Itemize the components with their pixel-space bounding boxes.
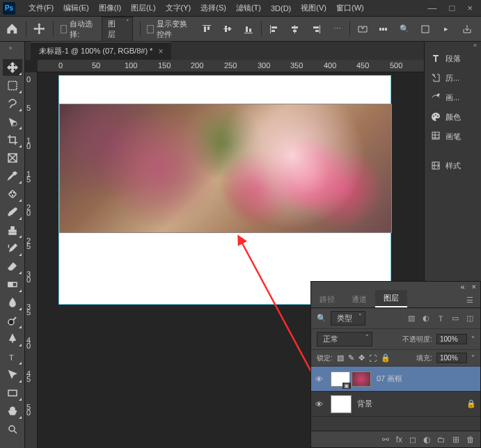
eyedropper-tool[interactable] xyxy=(3,168,22,184)
opacity-input[interactable] xyxy=(436,334,467,344)
panel-menu-icon[interactable]: ☰ xyxy=(459,293,480,307)
align-top-icon[interactable] xyxy=(198,21,215,38)
document-tab[interactable]: 未标题-1 @ 100% (07, RGB/8#) * × xyxy=(31,42,171,60)
group-icon[interactable]: 🗀 xyxy=(437,435,445,445)
layer-style-icon[interactable]: fx xyxy=(396,435,402,445)
ruler-horizontal[interactable]: 050100150200250300350400450500 xyxy=(38,60,424,72)
tab-channels[interactable]: 通道 xyxy=(343,291,375,307)
auto-select-target-dropdown[interactable]: 图层 xyxy=(102,17,133,42)
brush-tool[interactable] xyxy=(3,204,22,221)
filter-smart-icon[interactable]: ◫ xyxy=(465,314,475,323)
delete-layer-icon[interactable]: 🗑 xyxy=(466,435,475,445)
align-hcenter-icon[interactable] xyxy=(287,21,303,38)
filter-adjust-icon[interactable]: ◐ xyxy=(421,314,431,323)
export-icon[interactable] xyxy=(459,21,475,38)
path-select-tool[interactable] xyxy=(3,367,22,383)
menu-filter[interactable]: 滤镜(T) xyxy=(231,1,266,15)
tab-layers[interactable]: 图层 xyxy=(375,290,407,307)
window-close-icon[interactable]: × xyxy=(467,3,473,13)
layer-thumb[interactable] xyxy=(331,395,352,413)
toolbox-expand-icon[interactable]: » xyxy=(9,45,16,58)
hand-tool[interactable] xyxy=(3,403,22,419)
blend-mode-dropdown[interactable]: 正常 xyxy=(317,332,372,346)
filter-pixel-icon[interactable]: ▧ xyxy=(407,314,416,323)
share-icon[interactable]: ▸ xyxy=(438,21,455,38)
align-right-icon[interactable] xyxy=(308,21,324,38)
move-tool[interactable] xyxy=(3,59,22,76)
history-brush-tool[interactable] xyxy=(3,240,22,257)
blur-tool[interactable] xyxy=(3,294,22,311)
ruler-vertical[interactable]: 0 5101520253035404550 xyxy=(25,72,38,448)
panel-brushes[interactable]: 画... xyxy=(425,88,481,107)
lasso-tool[interactable] xyxy=(3,95,22,112)
close-tab-icon[interactable]: × xyxy=(158,47,163,56)
dodge-tool[interactable] xyxy=(3,312,22,329)
lock-position-icon[interactable]: ✥ xyxy=(358,353,365,362)
menu-layer[interactable]: 图层(L) xyxy=(126,1,160,15)
distribute-icon[interactable] xyxy=(375,21,392,38)
filter-type-icon[interactable]: T xyxy=(436,314,445,323)
tab-paths[interactable]: 路径 xyxy=(311,291,343,307)
home-icon[interactable] xyxy=(6,21,19,38)
layer-content-thumb[interactable] xyxy=(352,371,371,387)
frame-thumb[interactable]: ▣ xyxy=(331,371,350,387)
eraser-tool[interactable] xyxy=(3,258,22,275)
filter-shape-icon[interactable]: ▭ xyxy=(450,314,460,323)
align-bottom-icon[interactable] xyxy=(240,21,257,38)
lock-transparency-icon[interactable]: ▧ xyxy=(337,353,344,362)
pen-tool[interactable] xyxy=(3,330,22,347)
marquee-tool[interactable] xyxy=(3,77,22,94)
3d-mode-icon[interactable] xyxy=(354,21,371,38)
menu-edit[interactable]: 编辑(E) xyxy=(58,1,94,15)
panel-color[interactable]: 颜色 xyxy=(425,107,481,127)
quick-select-tool[interactable] xyxy=(3,113,22,130)
artboard[interactable] xyxy=(58,75,391,305)
more-align-icon[interactable]: ⋯ xyxy=(329,21,345,38)
panel-brush-settings[interactable]: 画笔 xyxy=(425,127,481,146)
menu-window[interactable]: 窗口(W) xyxy=(331,1,369,15)
auto-select-checkbox[interactable]: 自动选择: xyxy=(61,19,95,40)
zoom-all-icon[interactable]: 🔍 xyxy=(396,21,413,38)
lock-all-icon[interactable]: 🔒 xyxy=(381,353,391,362)
layer-row[interactable]: 👁 背景 🔒 xyxy=(311,392,480,417)
lock-artboard-icon[interactable]: ⛶ xyxy=(369,354,377,362)
rectangle-tool[interactable] xyxy=(3,385,22,401)
crop-tool[interactable] xyxy=(3,131,22,148)
new-layer-icon[interactable]: ⊞ xyxy=(452,435,459,445)
artboard-icon[interactable] xyxy=(417,21,434,38)
layer-mask-icon[interactable]: ◻ xyxy=(409,435,416,445)
zoom-tool[interactable] xyxy=(3,421,22,438)
panel-close-icon[interactable]: × xyxy=(472,282,476,291)
menu-file[interactable]: 文件(F) xyxy=(24,1,58,15)
healing-tool[interactable] xyxy=(3,186,22,202)
frame-tool[interactable] xyxy=(3,150,22,166)
gradient-tool[interactable] xyxy=(3,276,22,293)
lock-pixels-icon[interactable]: ✎ xyxy=(348,353,354,362)
link-layers-icon[interactable]: ⚯ xyxy=(382,435,389,445)
menu-view[interactable]: 视图(V) xyxy=(296,1,331,15)
menu-type[interactable]: 文字(Y) xyxy=(161,1,196,15)
menu-image[interactable]: 图像(I) xyxy=(94,1,126,15)
show-transform-checkbox[interactable]: 显示变换控件 xyxy=(147,19,191,40)
panel-collapse-icon[interactable]: « xyxy=(460,282,464,291)
image-frame[interactable] xyxy=(59,104,392,233)
type-tool[interactable]: T xyxy=(3,349,22,365)
menu-select[interactable]: 选择(S) xyxy=(196,1,231,15)
visibility-icon[interactable]: 👁 xyxy=(315,400,325,408)
panel-paragraph[interactable]: 段落 xyxy=(425,49,481,68)
align-vcenter-icon[interactable] xyxy=(219,21,236,38)
align-left-icon[interactable] xyxy=(266,21,283,38)
layer-name[interactable]: 背景 xyxy=(357,399,372,409)
visibility-icon[interactable]: 👁 xyxy=(315,375,325,383)
move-tool-icon[interactable] xyxy=(33,21,46,38)
fill-input[interactable] xyxy=(436,353,467,363)
layer-name[interactable]: 07 画框 xyxy=(377,374,402,384)
panel-styles[interactable]: 样式 xyxy=(425,156,481,175)
layer-row[interactable]: 👁 ▣ 07 画框 xyxy=(311,367,480,392)
layer-filter-type-dropdown[interactable]: 类型 xyxy=(331,311,365,326)
adjustment-layer-icon[interactable]: ◐ xyxy=(423,435,430,445)
window-maximize-icon[interactable]: □ xyxy=(450,3,455,13)
menu-3d[interactable]: 3D(D) xyxy=(266,2,296,15)
window-minimize-icon[interactable]: — xyxy=(428,3,437,13)
panel-history[interactable]: 历... xyxy=(425,68,481,88)
